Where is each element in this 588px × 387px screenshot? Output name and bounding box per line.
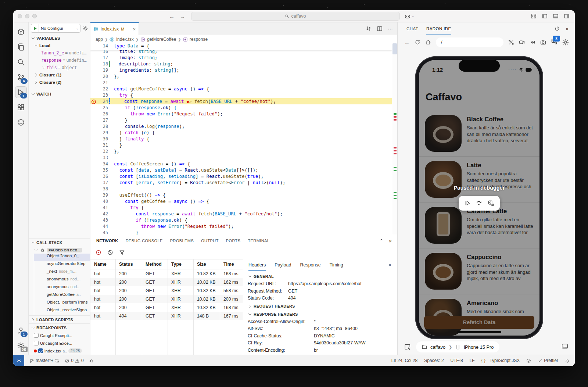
element-inspector-icon[interactable] <box>404 344 411 350</box>
git-branch-item[interactable]: master*+ <box>29 358 60 363</box>
step-over-icon[interactable] <box>476 200 482 206</box>
call-stack-frame[interactable]: getMoreCoffeea.. <box>34 292 90 300</box>
paused-breakpoint-icon[interactable] <box>91 99 96 104</box>
code-line-23[interactable]: 23 try { <box>90 92 392 98</box>
overview-ruler[interactable] <box>392 43 397 235</box>
code-line-39[interactable]: 39 useEffect(() => { <box>90 192 392 198</box>
panel-tab-debug-console[interactable]: DEBUG CONSOLE <box>126 235 163 246</box>
panel-tab-ports[interactable]: PORTS <box>226 235 241 246</box>
code-line-43[interactable]: 43 if (!response.ok) { <box>90 217 392 223</box>
response-headers-section-header[interactable]: RESPONSE HEADERS <box>248 310 397 318</box>
home-icon[interactable] <box>425 39 431 45</box>
dev-tools-icon[interactable] <box>508 39 514 45</box>
network-request-table[interactable]: NameStatusMethodTypeSizeTimehot200GETXHR… <box>90 259 243 355</box>
breadcrumb-function[interactable]: getMoreCoffee <box>147 37 176 42</box>
close-radon-icon[interactable]: × <box>566 26 569 32</box>
minimize-window-button[interactable] <box>25 14 29 18</box>
code-line-32[interactable]: 32}; <box>90 148 392 154</box>
secondary-tab-chat[interactable]: CHAT <box>406 22 418 35</box>
toggle-primary-sidebar-icon[interactable] <box>542 13 548 19</box>
remote-indicator[interactable]: >< <box>13 355 24 366</box>
close-panel-icon[interactable]: × <box>389 238 392 244</box>
code-line-29[interactable]: 29 } catch (e) { <box>90 129 392 136</box>
code-line-28[interactable]: 28 console.log(response); <box>90 123 392 129</box>
code-line-34[interactable]: 34const CoffeeScreen = () => { <box>90 161 392 167</box>
cursor-position-item[interactable]: Ln 24, Col 28 <box>391 358 417 363</box>
call-stack-frame[interactable]: Object._performTrans <box>34 300 90 308</box>
resume-icon[interactable] <box>465 200 470 206</box>
variables-section-header[interactable]: VARIABLES <box>29 34 90 42</box>
breakpoint-row[interactable]: Caught Excepti... <box>29 332 90 339</box>
project-device-pill[interactable]: caffavo ❯ iPhone 15 Pro <box>416 341 499 352</box>
clear-icon[interactable] <box>107 250 113 255</box>
maximize-window-button[interactable] <box>32 14 37 18</box>
call-stack-frame[interactable]: anonymousnod… <box>34 284 90 292</box>
customize-layout-icon[interactable] <box>531 13 537 19</box>
detail-tab-response[interactable]: Response <box>300 259 320 271</box>
debug-settings-gear-icon[interactable] <box>83 26 88 31</box>
toggle-panel-icon[interactable] <box>553 13 559 19</box>
screen-record-icon[interactable] <box>519 39 525 45</box>
record-icon[interactable] <box>96 250 101 255</box>
call-stack-frame[interactable]: Object.?anon_0_ <box>34 254 90 261</box>
code-line-36[interactable]: 36 const [isLoading, setLoading] = React… <box>90 173 392 179</box>
breakpoint-checkbox[interactable] <box>34 333 39 338</box>
panel-tab-terminal[interactable]: TERMINAL <box>248 235 269 246</box>
code-line-27[interactable]: 27 } <box>90 117 392 123</box>
column-header-name[interactable]: Name <box>90 262 115 267</box>
call-stack-frame[interactable]: _nextnode_m… <box>34 269 90 277</box>
code-line-21[interactable]: 21 <box>90 79 392 86</box>
panel-tab-network[interactable]: NETWORK <box>96 235 118 246</box>
activitybar-settings[interactable]: DE <box>15 340 27 351</box>
detail-tab-headers[interactable]: Headers <box>248 259 266 271</box>
code-line-40[interactable]: 40 const getCoffee = async () => { <box>90 198 392 204</box>
code-line-41[interactable]: 41 try { <box>90 204 392 211</box>
code-line-31[interactable]: 31 } <box>90 142 392 148</box>
activitybar-explorer[interactable] <box>15 41 27 53</box>
radon-settings-gear-icon[interactable] <box>562 39 569 46</box>
tab-index-tsx[interactable]: index.tsx M × <box>90 22 139 35</box>
code-line-25[interactable]: 25 if (!response.ok) { <box>90 104 392 111</box>
code-line-26[interactable]: 26 throw new Error("Request failed"); <box>90 111 392 117</box>
column-header-status[interactable]: Status <box>115 262 142 267</box>
watch-section-header[interactable]: WATCH <box>29 90 90 98</box>
command-center-search[interactable]: caffavo <box>191 12 400 21</box>
column-header-type[interactable]: Type <box>168 262 193 267</box>
code-line-33[interactable]: 33 <box>90 154 392 161</box>
code-line-35[interactable]: 35 const [data, setData] = React.useStat… <box>90 167 392 173</box>
detail-tab-payload[interactable]: Payload <box>275 259 291 271</box>
start-debug-button[interactable] <box>31 24 39 32</box>
secondary-tab-radon-ide[interactable]: RADON IDE <box>426 22 451 35</box>
forward-icon[interactable]: → <box>180 13 185 19</box>
activitybar-extensions[interactable] <box>15 101 27 113</box>
more-actions-icon[interactable]: ··· <box>388 26 393 32</box>
toggle-secondary-sidebar-icon[interactable] <box>564 13 570 19</box>
code-line-37[interactable]: 37 const [error, setError] = React.useSt… <box>90 179 392 186</box>
activitybar-source-control[interactable]: 6 <box>15 71 27 83</box>
call-stack-frame[interactable]: anonymousnod… <box>34 277 90 284</box>
breadcrumb-file[interactable]: index.tsx <box>116 37 133 42</box>
language-mode-item[interactable]: { } TypeScript JSX <box>481 358 520 363</box>
call-stack-frame[interactable]: Object._receiveSigna <box>34 308 90 315</box>
breadcrumb-app[interactable]: app <box>96 37 103 42</box>
activitybar-search[interactable] <box>15 56 27 68</box>
device-screen[interactable]: 1:12 ···· Caffavo Black CoffeeSvart kaff… <box>419 60 539 336</box>
tab-close-icon[interactable]: × <box>133 26 136 32</box>
variable-row[interactable]: this=Object <box>29 64 90 71</box>
breadcrumb-symbol[interactable]: response <box>190 37 208 42</box>
maximize-panel-icon[interactable]: ⌃ <box>380 238 384 244</box>
general-section-header[interactable]: GENERAL <box>248 272 397 280</box>
breakpoint-checkbox[interactable] <box>38 348 43 353</box>
route-url-bar[interactable]: / <box>436 37 503 47</box>
copilot-menu[interactable]: ⌄ <box>404 13 415 19</box>
sticky-scroll-line[interactable]: 14type Data = { <box>90 43 392 50</box>
debug-console-item[interactable] <box>89 358 94 363</box>
detail-tab-timing[interactable]: Timing <box>330 259 343 271</box>
breakpoint-checkbox[interactable] <box>34 341 39 345</box>
notifications-item[interactable] <box>565 358 570 363</box>
code-line-45[interactable]: 45 } <box>90 229 392 235</box>
variable-row[interactable]: response=undefin… <box>29 57 90 64</box>
code-line-30[interactable]: 30 } finally { <box>90 136 392 142</box>
problems-item[interactable]: 0 0 <box>65 358 83 363</box>
activitybar-run-debug[interactable]: 1 <box>15 86 27 98</box>
